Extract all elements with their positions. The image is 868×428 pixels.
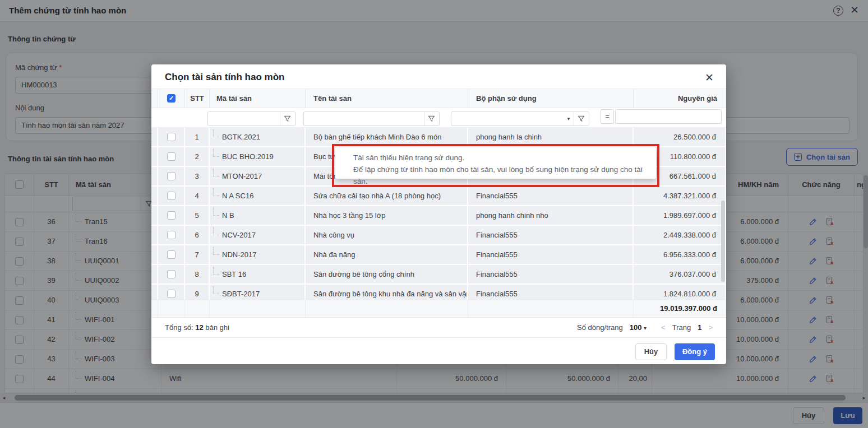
warning-highlight-box: Tài sản thiếu hiện trạng sử dụng. Để lập…	[332, 144, 659, 187]
total-nguyen-gia: 19.019.397.000 đ	[634, 300, 726, 317]
col-stt: STT	[185, 89, 210, 108]
filter-icon[interactable]	[280, 112, 295, 125]
equals-operator[interactable]: =	[601, 109, 614, 124]
row-checkbox[interactable]	[167, 172, 176, 180]
row-checkbox[interactable]	[167, 192, 176, 200]
list-item[interactable]: 8 SBT 16 Sân đường bê tông cổng chính Fi…	[151, 265, 726, 285]
modal-table-header: ✓ STT Mã tài sản Tên tài sản Bộ phận sử …	[151, 89, 726, 108]
caret-down-icon[interactable]: ▾	[564, 112, 574, 125]
list-item[interactable]: 9 SĐBT-2017 Sân đường bê tông khu nhà đa…	[151, 285, 726, 300]
tree-indent-icon	[213, 227, 219, 235]
current-page[interactable]: 1	[698, 323, 701, 332]
page-label: Trang	[672, 323, 691, 332]
prev-page-icon[interactable]: <	[661, 323, 666, 332]
tree-indent-icon	[213, 286, 219, 294]
modal-scrollbar-thumb[interactable]	[721, 201, 725, 282]
modal-pagination-bar: Tổng số: 12 bản ghi Số dòng/trang 100 ▾ …	[151, 318, 726, 338]
filter-ten-input[interactable]	[304, 112, 424, 125]
modal-ok-button[interactable]: Đồng ý	[675, 343, 715, 360]
row-checkbox[interactable]	[167, 250, 176, 259]
modal-filter-row: ▾ =	[151, 108, 726, 128]
filter-bo-phan-input[interactable]	[451, 112, 564, 125]
list-item[interactable]: 7 NDN-2017 Nhà đa năng Financial555 6.95…	[151, 245, 726, 265]
col-nguyen-gia: Nguyên giá	[634, 89, 726, 108]
list-item[interactable]: 5 N B Nhà học 3 tầng 15 lớp phong hanh c…	[151, 206, 726, 226]
tree-indent-icon	[213, 267, 219, 275]
tree-indent-icon	[213, 188, 219, 196]
page-size-label: Số dòng/trang	[577, 323, 623, 332]
tree-indent-icon	[213, 247, 219, 255]
modal-close-icon[interactable]: ✕	[705, 71, 714, 84]
col-ten-tai-san: Tên tài sản	[306, 89, 468, 108]
record-count: Tổng số: 12 bản ghi	[165, 323, 229, 332]
warning-line-2: Để lập chứng từ tính hao mòn cho tài sản…	[353, 164, 650, 187]
row-checkbox[interactable]	[167, 133, 176, 141]
list-item[interactable]: 4 N A SC16 Sửa chữa cải tạo nhà A (18 ph…	[151, 187, 726, 206]
tree-indent-icon	[213, 169, 219, 176]
modal-title: Chọn tài sản tính hao mòn	[165, 72, 284, 83]
filter-ma-input[interactable]	[208, 112, 280, 125]
next-page-icon[interactable]: >	[708, 323, 713, 332]
select-assets-modal: Chọn tài sản tính hao mòn ✕ ✓ STT Mã tài…	[151, 64, 726, 364]
caret-down-icon: ▾	[644, 325, 647, 331]
modal-cancel-button[interactable]: Hủy	[635, 343, 667, 360]
tree-indent-icon	[213, 149, 219, 157]
col-ma-tai-san: Mã tài sản	[210, 89, 306, 108]
col-bo-phan-su-dung: Bộ phận sử dụng	[468, 89, 634, 108]
select-all-checkbox[interactable]: ✓	[167, 94, 176, 103]
list-item[interactable]: 6 NCV-2017 Nhà công vụ Financial555 2.44…	[151, 226, 726, 245]
warning-tooltip: Tài sản thiếu hiện trạng sử dụng. Để lập…	[335, 147, 656, 179]
app-window: Thêm chứng từ tính hao mòn ? ✕ Thông tin…	[0, 0, 868, 428]
filter-icon[interactable]	[424, 112, 439, 125]
warning-line-1: Tài sản thiếu hiện trạng sử dụng.	[353, 152, 650, 164]
tree-indent-icon	[213, 129, 219, 137]
page-size-select[interactable]: 100 ▾	[630, 323, 647, 332]
modal-vertical-scrollbar[interactable]	[721, 128, 725, 300]
row-checkbox[interactable]	[167, 290, 176, 298]
row-checkbox[interactable]	[167, 270, 176, 278]
filter-icon[interactable]	[574, 112, 589, 125]
row-checkbox[interactable]	[167, 152, 176, 161]
modal-total-row: 19.019.397.000 đ	[151, 300, 726, 318]
tree-indent-icon	[213, 208, 219, 216]
row-checkbox[interactable]	[167, 231, 176, 239]
row-checkbox[interactable]	[167, 211, 176, 220]
filter-nguyen-gia-input[interactable]	[616, 110, 721, 123]
